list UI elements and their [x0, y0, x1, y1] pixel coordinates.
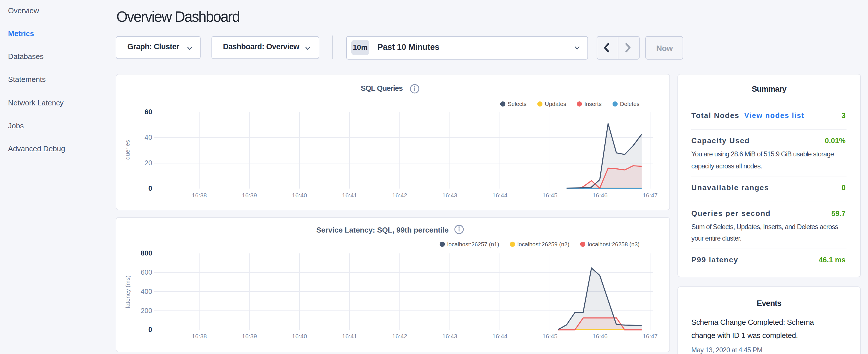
svg-text:16:47: 16:47 — [642, 192, 657, 198]
svg-text:Deletes: Deletes — [620, 100, 639, 107]
svg-text:16:45: 16:45 — [542, 192, 557, 198]
svg-text:latency (ms): latency (ms) — [124, 276, 131, 308]
svg-text:Service Latency: SQL, 99th per: Service Latency: SQL, 99th percentile — [316, 226, 448, 234]
svg-text:16:39: 16:39 — [242, 192, 257, 198]
svg-text:16:46: 16:46 — [592, 333, 608, 340]
svg-text:16:42: 16:42 — [392, 192, 407, 198]
svg-text:queries: queries — [124, 140, 130, 160]
svg-text:Selects: Selects — [507, 100, 526, 107]
svg-text:20: 20 — [144, 159, 152, 166]
svg-text:16:40: 16:40 — [292, 333, 307, 340]
svg-text:200: 200 — [141, 307, 152, 315]
svg-text:600: 600 — [141, 268, 152, 276]
svg-text:localhost:26257 (n1): localhost:26257 (n1) — [447, 241, 499, 248]
svg-text:Updates: Updates — [545, 100, 566, 107]
svg-text:40: 40 — [144, 133, 152, 141]
svg-text:16:45: 16:45 — [542, 333, 557, 340]
svg-text:SQL Queries: SQL Queries — [361, 84, 403, 92]
svg-text:16:47: 16:47 — [642, 333, 657, 340]
svg-text:16:39: 16:39 — [242, 333, 257, 340]
svg-text:16:41: 16:41 — [342, 192, 357, 198]
svg-text:800: 800 — [141, 249, 152, 257]
svg-text:16:41: 16:41 — [342, 333, 357, 340]
svg-text:16:44: 16:44 — [492, 333, 507, 340]
svg-text:60: 60 — [144, 108, 152, 116]
svg-text:0: 0 — [148, 184, 152, 192]
svg-text:16:43: 16:43 — [442, 192, 457, 198]
svg-text:16:43: 16:43 — [442, 333, 457, 340]
svg-text:localhost:26258 (n3): localhost:26258 (n3) — [587, 241, 639, 248]
svg-text:localhost:26259 (n2): localhost:26259 (n2) — [517, 241, 569, 248]
svg-text:400: 400 — [141, 288, 152, 295]
svg-text:16:40: 16:40 — [292, 192, 307, 198]
svg-text:16:44: 16:44 — [492, 192, 507, 198]
svg-text:16:38: 16:38 — [191, 192, 207, 198]
svg-text:16:46: 16:46 — [592, 192, 608, 198]
svg-text:0: 0 — [148, 326, 152, 334]
svg-text:16:38: 16:38 — [191, 333, 207, 340]
svg-text:16:42: 16:42 — [392, 333, 407, 340]
svg-text:Inserts: Inserts — [584, 100, 601, 107]
